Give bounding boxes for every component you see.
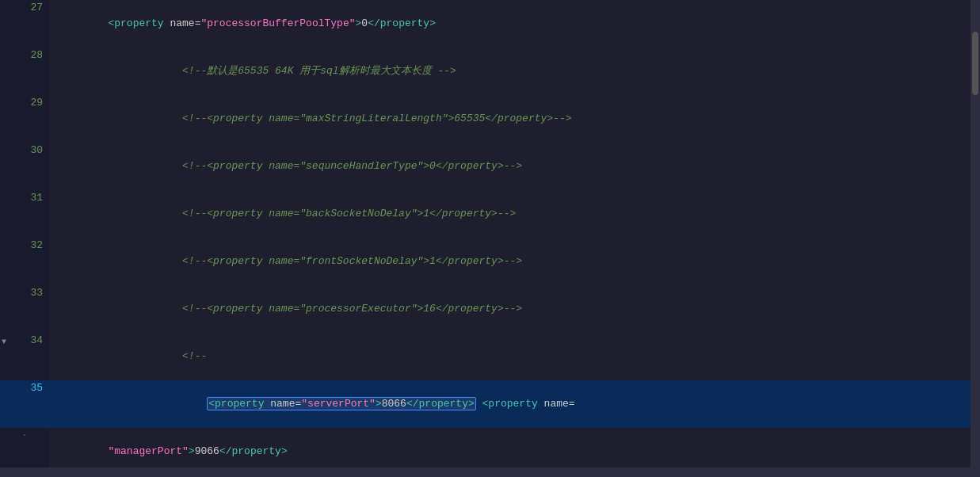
line-number-33: 33 xyxy=(0,285,49,333)
line-code-30[interactable]: <!--<property name="sequnceHandlerType">… xyxy=(49,143,980,190)
line-29: 29 <!--<property name="maxStringLiteralL… xyxy=(0,95,980,143)
vertical-scrollbar[interactable] xyxy=(970,0,980,477)
line-code-35[interactable]: <property name="serverPort">8066</proper… xyxy=(49,380,980,428)
line-34: 34▼ <!-- xyxy=(0,333,980,380)
line-number-31: 31 xyxy=(0,190,49,238)
line-code-27[interactable]: <property name="processorBufferPoolType"… xyxy=(49,0,980,48)
line-number-28: 28 xyxy=(0,48,49,95)
line-28: 28 <!--默认是65535 64K 用于sql解析时最大文本长度 --> xyxy=(0,48,980,95)
line-code-31[interactable]: <!--<property name="backSocketNoDelay">1… xyxy=(49,190,980,238)
line-27: 27 <property name="processorBufferPoolTy… xyxy=(0,0,980,48)
line-number-34: 34▼ xyxy=(0,333,49,380)
line-31: 31 <!--<property name="backSocketNoDelay… xyxy=(0,190,980,238)
horizontal-scrollbar[interactable] xyxy=(0,467,970,477)
editor: 27 <property name="processorBufferPoolTy… xyxy=(0,0,980,477)
line-32: 32 <!--<property name="frontSocketNoDela… xyxy=(0,238,980,285)
line-code-33[interactable]: <!--<property name="processorExecutor">1… xyxy=(49,285,980,333)
tag-open: <property xyxy=(108,17,163,29)
line-number-27: 27 xyxy=(0,0,49,48)
line-code-29[interactable]: <!--<property name="maxStringLiteralLeng… xyxy=(49,95,980,143)
line-number-29: 29 xyxy=(0,95,49,143)
scrollbar-thumb-v[interactable] xyxy=(972,32,978,95)
line-code-28[interactable]: <!--默认是65535 64K 用于sql解析时最大文本长度 --> xyxy=(49,48,980,95)
line-35: 35 <property name="serverPort">8066</pro… xyxy=(0,380,980,428)
line-code-32[interactable]: <!--<property name="frontSocketNoDelay">… xyxy=(49,238,980,285)
line-33: 33 <!--<property name="processorExecutor… xyxy=(0,285,980,333)
line-30: 30 <!--<property name="sequnceHandlerTyp… xyxy=(0,143,980,190)
line-code-34[interactable]: <!-- xyxy=(49,333,980,380)
line-number-35: 35 xyxy=(0,380,49,428)
line-number-32: 32 xyxy=(0,238,49,285)
selected-text: <property name="serverPort">8066</proper… xyxy=(207,397,476,410)
line-number-30: 30 xyxy=(0,143,49,190)
